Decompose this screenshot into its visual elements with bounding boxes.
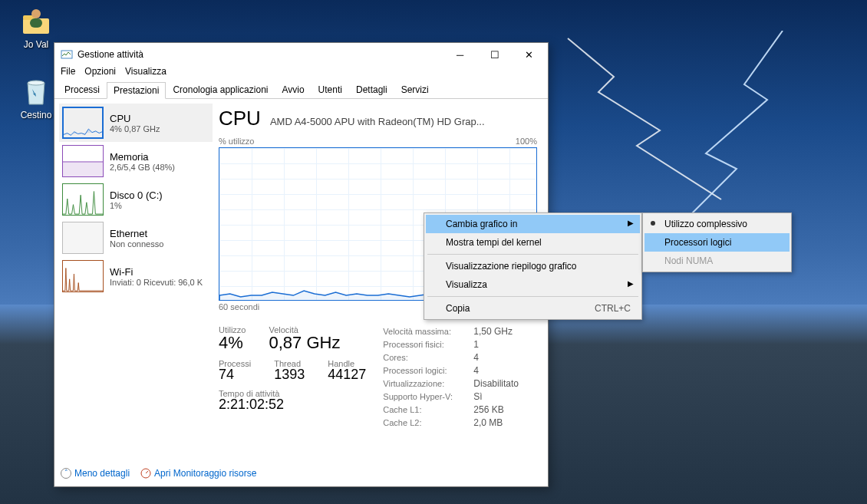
menu-opzioni[interactable]: Opzioni bbox=[84, 66, 116, 81]
detail-key: Cores: bbox=[383, 351, 467, 364]
stat-val-velocita: 0,87 GHz bbox=[269, 333, 340, 353]
minimize-button[interactable]: ─ bbox=[443, 44, 477, 65]
resource-monitor-icon bbox=[140, 468, 151, 479]
detail-row: Velocità massima:1,50 GHz bbox=[383, 325, 519, 338]
tab-processi[interactable]: Processi bbox=[58, 81, 107, 98]
radio-dot-icon bbox=[651, 221, 655, 226]
detail-row: Processori fisici:1 bbox=[383, 338, 519, 351]
detail-row: Virtualizzazione:Disabilitato bbox=[383, 377, 519, 390]
task-manager-icon bbox=[61, 48, 73, 61]
sidebar-title: Disco 0 (C:) bbox=[110, 189, 163, 201]
detail-key: Velocità massima: bbox=[383, 325, 467, 338]
ctx-mostra-kernel[interactable]: Mostra tempi del kernel bbox=[426, 233, 640, 252]
chart-xstart: 60 secondi bbox=[219, 302, 259, 311]
svg-rect-6 bbox=[63, 162, 103, 176]
ctx-separator bbox=[427, 254, 638, 255]
cpu-heading: CPU bbox=[219, 107, 261, 130]
window-footer: ˄ Meno dettagli Apri Monitoraggio risors… bbox=[61, 463, 542, 483]
ctx-copia[interactable]: Copia CTRL+C bbox=[426, 299, 640, 318]
tab-dettagli[interactable]: Dettagli bbox=[349, 81, 394, 98]
ctx-label: Cambia grafico in bbox=[446, 219, 517, 229]
ctx-label: Nodi NUMA bbox=[664, 255, 713, 266]
ctx-label: Copia bbox=[446, 303, 470, 314]
person-folder-icon bbox=[20, 5, 52, 37]
stat-val-utilizzo: 4% bbox=[219, 333, 246, 353]
open-resource-monitor-label: Apri Monitoraggio risorse bbox=[154, 468, 256, 479]
ctx-label: Utilizzo complessivo bbox=[664, 219, 747, 229]
detail-row: Cores:4 bbox=[383, 351, 519, 364]
submenu-arrow-icon: ▶ bbox=[628, 219, 634, 227]
less-details-label: Meno dettagli bbox=[74, 468, 130, 479]
open-resource-monitor-link[interactable]: Apri Monitoraggio risorse bbox=[140, 468, 256, 479]
svg-rect-3 bbox=[30, 18, 42, 28]
sidebar-title: Wi-Fi bbox=[110, 266, 203, 278]
cpu-details-list: Velocità massima:1,50 GHzProcessori fisi… bbox=[383, 325, 519, 430]
ctx-sub-processori-logici[interactable]: Processori logici bbox=[644, 233, 790, 252]
menu-visualizza[interactable]: Visualizza bbox=[125, 66, 166, 81]
sidebar-sub: 4% 0,87 GHz bbox=[110, 124, 160, 133]
cpu-mini-chart bbox=[62, 107, 104, 139]
close-button[interactable]: ✕ bbox=[512, 44, 546, 65]
chart-ymax: 100% bbox=[516, 137, 537, 146]
ctx-sub-nodi-numa: Nodi NUMA bbox=[644, 252, 790, 270]
ctx-label: Processori logici bbox=[664, 237, 731, 248]
detail-value: 4 bbox=[473, 351, 479, 364]
ctx-sub-utilizzo-complessivo[interactable]: Utilizzo complessivo bbox=[644, 215, 790, 233]
window-title: Gestione attività bbox=[77, 49, 443, 60]
detail-key: Processori fisici: bbox=[383, 338, 467, 351]
detail-value: Disabilitato bbox=[473, 377, 519, 390]
menubar: File Opzioni Visualizza bbox=[54, 66, 548, 81]
detail-row: Processori logici:4 bbox=[383, 364, 519, 377]
ctx-label: Visualizza bbox=[446, 279, 487, 290]
stat-val-tempo: 2:21:02:52 bbox=[219, 397, 284, 413]
sidebar-title: Memoria bbox=[110, 151, 175, 163]
menu-file[interactable]: File bbox=[61, 66, 75, 81]
sidebar-sub: Non connesso bbox=[110, 239, 163, 249]
tab-prestazioni[interactable]: Prestazioni bbox=[107, 82, 166, 99]
maximize-button[interactable]: ☐ bbox=[477, 44, 512, 65]
sidebar-sub: 1% bbox=[110, 201, 163, 210]
detail-value: 1,50 GHz bbox=[473, 325, 513, 338]
less-details-link[interactable]: ˄ Meno dettagli bbox=[61, 468, 130, 479]
tabstrip: Processi Prestazioni Cronologia applicaz… bbox=[54, 81, 548, 99]
tab-servizi[interactable]: Servizi bbox=[394, 81, 436, 98]
titlebar[interactable]: Gestione attività ─ ☐ ✕ bbox=[54, 43, 548, 66]
sidebar-sub: Inviati: 0 Ricevuti: 96,0 K bbox=[110, 278, 203, 287]
detail-value: 256 KB bbox=[473, 404, 503, 417]
wifi-mini-chart bbox=[62, 260, 104, 292]
sidebar-item-ethernet[interactable]: Ethernet Non connesso bbox=[59, 219, 213, 257]
detail-value: 4 bbox=[473, 364, 479, 377]
sidebar-item-disco[interactable]: Disco 0 (C:) 1% bbox=[59, 180, 213, 219]
ctx-visualizza[interactable]: Visualizza ▶ bbox=[426, 275, 640, 294]
svg-point-2 bbox=[31, 9, 41, 18]
ctx-label: Mostra tempi del kernel bbox=[446, 237, 542, 248]
stat-val-processi: 74 bbox=[219, 367, 251, 383]
detail-value: 1 bbox=[473, 338, 479, 351]
tab-utenti[interactable]: Utenti bbox=[312, 81, 349, 98]
memory-mini-chart bbox=[62, 145, 104, 177]
ctx-label: Visualizzazione riepilogo grafico bbox=[446, 261, 577, 272]
tab-cronologia[interactable]: Cronologia applicazioni bbox=[166, 81, 275, 98]
chevron-up-circle-icon: ˄ bbox=[61, 468, 71, 479]
sidebar-title: CPU bbox=[110, 113, 160, 124]
cpu-description: AMD A4-5000 APU with Radeon(TM) HD Grap.… bbox=[270, 116, 485, 127]
ctx-cambia-grafico[interactable]: Cambia grafico in ▶ bbox=[426, 215, 640, 233]
detail-row: Cache L1:256 KB bbox=[383, 404, 519, 417]
ctx-separator bbox=[427, 296, 638, 297]
detail-value: 2,0 MB bbox=[473, 417, 503, 430]
chart-ylabel: % utilizzo bbox=[219, 137, 254, 146]
stat-val-handle: 44127 bbox=[328, 367, 366, 383]
performance-sidebar: CPU 4% 0,87 GHz Memoria 2,6/5,4 GB (48%) bbox=[59, 104, 213, 455]
sidebar-item-cpu[interactable]: CPU 4% 0,87 GHz bbox=[59, 104, 213, 142]
chart-context-submenu: Utilizzo complessivo Processori logici N… bbox=[642, 212, 792, 272]
recycle-bin-icon bbox=[20, 75, 52, 107]
svg-point-4 bbox=[28, 81, 45, 85]
tab-avvio[interactable]: Avvio bbox=[275, 81, 311, 98]
ctx-riepilogo[interactable]: Visualizzazione riepilogo grafico bbox=[426, 257, 640, 275]
detail-key: Cache L1: bbox=[383, 404, 467, 417]
detail-key: Processori logici: bbox=[383, 364, 467, 377]
detail-row: Cache L2:2,0 MB bbox=[383, 417, 519, 430]
detail-key: Virtualizzazione: bbox=[383, 377, 467, 390]
sidebar-item-wifi[interactable]: Wi-Fi Inviati: 0 Ricevuti: 96,0 K bbox=[59, 257, 213, 295]
sidebar-item-memoria[interactable]: Memoria 2,6/5,4 GB (48%) bbox=[59, 142, 213, 180]
